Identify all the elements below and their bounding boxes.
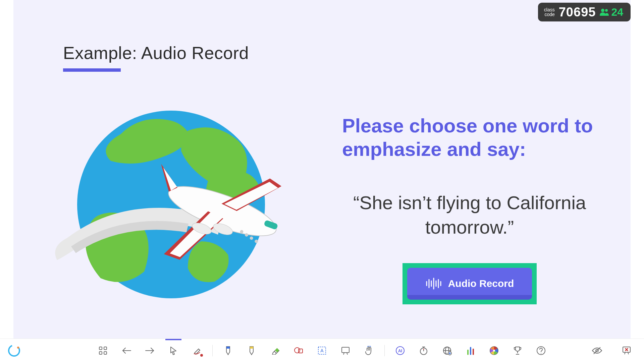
participant-count-value: 24 (611, 6, 623, 18)
class-code-badge[interactable]: class code 70695 24 (538, 3, 631, 21)
class-label-line2: code (544, 12, 555, 17)
participant-count: 24 (600, 6, 623, 18)
next-slide-button[interactable] (142, 343, 158, 359)
text-box-button[interactable]: A (314, 343, 330, 359)
svg-rect-26 (226, 347, 230, 349)
people-icon (600, 8, 609, 16)
svg-text:A: A (320, 348, 324, 353)
title-underline (63, 68, 121, 72)
ai-assist-button[interactable]: AI (392, 343, 408, 359)
svg-point-17 (605, 9, 608, 12)
toolbar-separator (384, 345, 385, 356)
svg-point-59 (541, 353, 541, 354)
audio-record-highlight-frame: Audio Record (402, 263, 537, 304)
highlighter-yellow-button[interactable] (244, 343, 260, 359)
whiteboard-button[interactable] (337, 343, 354, 359)
marker-color-indicator (200, 354, 203, 357)
svg-text:AI: AI (398, 349, 402, 353)
slide-title: Example: Audio Record (63, 43, 249, 63)
svg-line-37 (370, 346, 371, 347)
class-code-value: 70695 (559, 5, 596, 19)
svg-rect-23 (104, 352, 107, 354)
help-button[interactable] (533, 343, 549, 359)
prompt-heading: Please choose one word to emphasize and … (342, 114, 597, 161)
slide-right-column: Please choose one word to emphasize and … (342, 114, 597, 304)
end-presentation-button[interactable] (619, 343, 635, 359)
spinner-wheel-button[interactable] (486, 343, 502, 359)
trophy-button[interactable] (509, 343, 526, 359)
shape-tool-button[interactable] (290, 343, 307, 359)
previous-slide-button[interactable] (118, 343, 135, 359)
svg-point-16 (601, 9, 604, 12)
svg-point-44 (423, 349, 424, 350)
app-logo[interactable] (7, 344, 21, 357)
class-label-line1: class (544, 7, 555, 12)
web-browser-button[interactable] (439, 343, 455, 359)
audio-wave-icon (425, 278, 441, 290)
svg-rect-22 (99, 352, 102, 354)
highlighter-blue-button[interactable] (220, 343, 236, 359)
slide-canvas: Example: Audio Record (13, 0, 631, 339)
pointer-tool-button[interactable] (165, 343, 181, 359)
presenter-toolbar: A AI (0, 339, 644, 362)
toolbar-separator (212, 345, 213, 356)
poll-button[interactable] (463, 343, 479, 359)
hide-toolbar-button[interactable] (589, 343, 605, 359)
svg-point-19 (17, 347, 19, 349)
svg-line-36 (368, 346, 369, 347)
svg-point-29 (294, 348, 300, 353)
svg-rect-21 (104, 347, 107, 350)
svg-point-18 (8, 345, 20, 357)
svg-rect-28 (275, 348, 279, 352)
globe-airplane-illustration (47, 94, 315, 302)
svg-point-55 (493, 350, 495, 352)
audio-record-button[interactable]: Audio Record (407, 268, 532, 300)
audio-record-label: Audio Record (448, 278, 514, 289)
eraser-button[interactable] (267, 343, 283, 359)
svg-rect-20 (99, 347, 102, 350)
drag-hand-button[interactable] (361, 343, 377, 359)
class-code-label: class code (544, 7, 555, 17)
grid-view-button[interactable] (95, 343, 111, 359)
quote-text: “She isn’t flying to California tomorrow… (342, 191, 597, 240)
svg-rect-33 (342, 347, 349, 353)
timer-button[interactable] (416, 343, 432, 359)
marker-tool-button[interactable] (189, 343, 205, 359)
svg-rect-27 (250, 347, 253, 349)
